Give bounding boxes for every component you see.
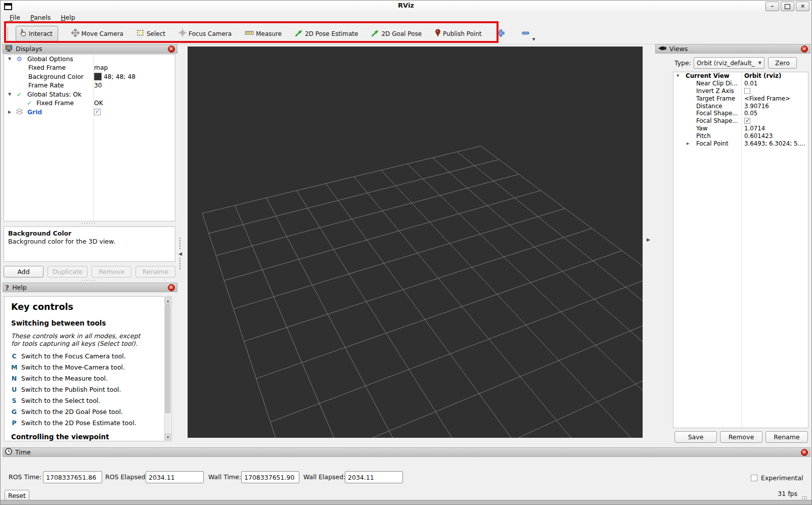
tool-focus-camera[interactable]: Focus Camera [178,29,232,38]
displays-close-icon[interactable]: ✕ [168,45,175,53]
views-panel-header[interactable]: Views ✕ [655,44,810,54]
question-mark-icon: ? [5,284,9,292]
wall-elapsed-input[interactable] [345,471,403,483]
help-panel-header[interactable]: ? Help ✕ [3,283,177,292]
time-panel-header[interactable]: Time ✕ [3,447,810,457]
zero-button[interactable]: Zero [768,57,797,69]
tree-row-focal-shape-fixed[interactable]: Focal Shape... [673,117,808,125]
background-color-value[interactable]: 48; 48; 48 [94,73,136,80]
tool-publish-point[interactable]: Publish Point [435,29,481,38]
toolbar-drag-handle[interactable] [7,27,9,40]
splitter-handle[interactable] [179,257,181,270]
left-dock-collapse[interactable]: ◀ [178,237,182,270]
tool-2d-pose-estimate[interactable]: 2D Pose Estimate [295,29,358,38]
tree-row-focal-point[interactable]: ▶ Focal Point 3.6493; 6.3024; 5.... [673,140,808,147]
wall-elapsed-label: Wall Elapsed: [303,471,345,483]
splitter-handle[interactable] [81,280,96,282]
fixed-frame-value[interactable]: map [94,64,108,71]
rviz-window: RViz – ✕ File Panels Help Interact [0,0,812,505]
reset-button[interactable]: Reset [5,490,29,501]
tool-move-camera[interactable]: Move Camera [71,29,123,38]
grid-enabled-checkbox[interactable] [94,109,101,115]
close-button[interactable]: ✕ [796,2,809,11]
focal-shape-checkbox[interactable] [744,118,750,124]
tool-2d-goal-pose[interactable]: 2D Goal Pose [371,29,422,38]
minimize-button[interactable]: – [765,2,779,11]
tool-select[interactable]: Select [137,29,165,38]
tree-row-global-status[interactable]: ▼ ✓ Global Status: Ok [4,90,175,99]
tree-row-near-clip[interactable]: Near Clip Di... 0.01 [673,80,808,87]
description-title: Background Color [8,229,171,237]
scroll-down-icon[interactable]: ▼ [165,434,171,440]
menu-panels[interactable]: Panels [25,13,56,22]
collapse-right-icon[interactable]: ▶ [647,237,650,242]
add-button[interactable]: Add [4,266,43,278]
tree-row-target-frame[interactable]: Target Frame <Fixed Frame> [673,95,808,102]
menu-bar: File Panels Help [1,12,811,23]
tree-row-fixed-frame[interactable]: Fixed Frame map [4,64,175,73]
color-swatch[interactable] [94,73,102,80]
collapse-left-icon[interactable]: ◀ [178,251,182,256]
tree-row-focal-shape-size[interactable]: Focal Shape... 0.05 [673,110,808,117]
tool-interact[interactable]: Interact [16,26,58,41]
description-body: Background color for the 3D view. [8,238,115,245]
ros-time-input[interactable] [43,471,102,483]
map-pin-icon [435,29,441,38]
rename-button[interactable]: Rename [136,266,175,278]
tree-row-grid[interactable]: ▶ Grid [4,108,175,117]
tree-row-distance[interactable]: Distance 3.90716 [673,102,808,110]
menu-help[interactable]: Help [56,13,80,22]
views-close-icon[interactable]: ✕ [801,45,808,53]
ros-elapsed-input[interactable] [146,471,204,483]
add-tool-button[interactable] [497,29,505,39]
frame-rate-value[interactable]: 30 [94,82,102,89]
help-panel-title: Help [12,284,27,291]
chevron-down-icon[interactable]: ▼ [676,74,679,78]
chevron-right-icon[interactable]: ▶ [7,110,12,114]
crosshair-icon [178,29,187,38]
menu-file[interactable]: File [5,13,25,22]
experimental-checkbox[interactable] [751,475,757,481]
tree-row-background-color[interactable]: Background Color 48; 48; 48 [4,72,175,81]
save-button[interactable]: Save [674,431,717,443]
scrollbar-thumb[interactable] [165,304,170,413]
remove-view-button[interactable]: Remove [720,431,762,443]
tree-row-fixed-frame-status[interactable]: ✓ Fixed Frame OK [4,99,175,108]
remove-tool-button[interactable]: ▼ [521,29,530,39]
tree-row-frame-rate[interactable]: Frame Rate 30 [4,81,175,90]
tree-row-pitch[interactable]: Pitch 0.601423 [673,132,808,140]
scroll-up-icon[interactable]: ▲ [165,297,171,304]
maximize-button[interactable] [781,2,794,11]
help-panel: ? Help ✕ Key controls Switching between … [3,283,177,441]
displays-panel-header[interactable]: Displays ✕ [3,44,177,54]
time-close-icon[interactable]: ✕ [801,449,808,456]
tree-row-global-options[interactable]: ▼ ⚙ Global Options [4,55,175,64]
shortcut-row: MSwitch to the Move-Camera tool. [11,363,158,371]
tree-row-yaw[interactable]: Yaw 1.0714 [673,125,808,132]
view-type-dropdown[interactable]: Orbit (rviz_default_ ▼ [694,57,764,69]
invert-z-checkbox[interactable] [744,88,750,94]
help-content: Key controls Switching between tools The… [4,296,172,441]
dropdown-arrow-icon[interactable]: ▼ [532,37,535,41]
help-heading: Key controls [11,302,158,312]
property-description: Background Color Background color for th… [4,226,175,262]
tree-row-invert-z[interactable]: Invert Z Axis [673,87,808,95]
help-scrollbar[interactable]: ▲ ▼ [164,297,171,440]
chevron-right-icon[interactable]: ▶ [687,142,689,146]
time-panel-title: Time [15,448,31,456]
help-close-icon[interactable]: ✕ [168,284,175,291]
tool-measure[interactable]: Measure [245,30,282,37]
tree-row-current-view[interactable]: ▼ Current View Orbit (rviz) [673,72,808,80]
wall-time-input[interactable] [241,471,299,483]
duplicate-button[interactable]: Duplicate [48,266,87,278]
tool-label: Move Camera [81,30,123,37]
splitter-handle[interactable] [81,222,96,224]
rename-view-button[interactable]: Rename [765,431,808,443]
chevron-down-icon[interactable]: ▼ [7,57,12,61]
chevron-down-icon[interactable]: ▼ [7,92,12,97]
remove-button[interactable]: Remove [92,266,131,278]
render-view-3d[interactable] [188,47,643,438]
splitter-handle[interactable] [179,237,181,250]
tool-label: 2D Goal Pose [381,30,422,37]
right-dock-collapse[interactable]: ▶ [647,237,650,242]
